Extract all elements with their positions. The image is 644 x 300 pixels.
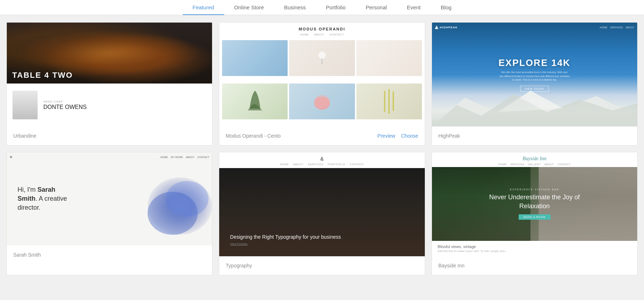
- typo-logo: &: [224, 156, 420, 162]
- highpeak-nav-home: HOME: [600, 26, 607, 29]
- highpeak-hero-subtitle: We offer the most accessible tours in th…: [499, 71, 571, 82]
- bayside-caption: Blissful views, vintage: [438, 244, 631, 249]
- bayside-nav-about: ABOUT: [544, 163, 554, 166]
- tab-navigation: Featured Online Store Business Portfolio…: [0, 0, 644, 15]
- typo-nav-about: ABOUT: [293, 163, 303, 166]
- bayside-hero-sub: EXPERIENCE VINTAGE B&B: [510, 188, 559, 191]
- highpeak-nav-services: SERVICES: [610, 26, 623, 29]
- svg-point-3: [314, 95, 330, 108]
- theme-card-bayside[interactable]: Bayside Inn HOME SERVICES GALLERY ABOUT …: [432, 152, 638, 275]
- card-footer-sarah: Sarah Smith: [7, 246, 212, 264]
- modus-grid-cell-2: [289, 40, 355, 76]
- tab-featured[interactable]: Featured: [183, 0, 224, 15]
- bayside-nav-home: HOME: [499, 163, 507, 166]
- card-title-typography: Typography: [226, 263, 252, 268]
- theme-preview-highpeak: HIGHPEAK HOME SERVICES ABOUT EXPLORE 14K…: [432, 23, 637, 127]
- theme-preview-urbandine: URBANDINE HOME MENU LOCAL PARTIES CATERI…: [7, 23, 212, 127]
- urbandine-hero-title: TABLE 4 TWO: [12, 71, 73, 80]
- theme-card-modus[interactable]: MODUS OPERANDI HOME ABOUT CONTACT: [219, 22, 425, 146]
- urbandine-chef-image: [13, 91, 38, 119]
- highpeak-nav-about: ABOUT: [626, 26, 634, 29]
- typo-nav-contact: CONTACT: [350, 163, 364, 166]
- typo-nav-portfolio: PORTFOLIO: [328, 163, 345, 166]
- tab-personal[interactable]: Personal: [356, 0, 397, 15]
- theme-preview-sarah: ⊘ HOME MY WORK ABOUT CONTACT Hi, I'm Sar…: [7, 152, 212, 246]
- tab-business[interactable]: Business: [274, 0, 316, 15]
- card-footer-modus: Modus Operandi - Cento Preview Choose: [219, 127, 424, 145]
- card-footer-bayside: Bayside Inn: [432, 256, 637, 275]
- card-title-bayside: Bayside Inn: [438, 263, 465, 268]
- card-title-highpeak: HighPeak: [438, 133, 460, 139]
- card-title-urbandine: Urbandine: [13, 133, 37, 139]
- card-actions-modus: Preview Choose: [378, 133, 418, 139]
- theme-preview-bayside: Bayside Inn HOME SERVICES GALLERY ABOUT …: [432, 152, 637, 256]
- modus-logo: MODUS OPERANDI: [219, 27, 424, 31]
- sarah-logo: ⊘: [10, 155, 13, 159]
- svg-point-0: [318, 52, 326, 59]
- tab-event[interactable]: Event: [397, 0, 431, 15]
- typo-nav-home: HOME: [280, 163, 289, 166]
- typo-portfolio-link[interactable]: View Portfolio: [230, 242, 341, 246]
- card-title-modus: Modus Operandi - Cento: [226, 133, 280, 139]
- card-title-sarah: Sarah Smith: [13, 252, 41, 258]
- modus-grid-cell-5: [289, 84, 355, 119]
- typo-nav-services: SERVICES: [308, 163, 323, 166]
- tab-portfolio[interactable]: Portfolio: [316, 0, 356, 15]
- sarah-nav-work: MY WORK: [171, 156, 183, 158]
- card-footer-typography: Typography: [219, 256, 424, 275]
- highpeak-logo: HIGHPEAK: [435, 25, 458, 29]
- urbandine-chef-name: DONTE OWENS: [43, 104, 87, 110]
- tab-blog[interactable]: Blog: [431, 0, 461, 15]
- svg-marker-4: [435, 25, 438, 29]
- modus-nav-about: ABOUT: [314, 33, 325, 36]
- theme-card-urbandine[interactable]: URBANDINE HOME MENU LOCAL PARTIES CATERI…: [6, 22, 212, 146]
- modus-nav-contact: CONTACT: [330, 33, 344, 36]
- modus-grid-cell-1: [222, 40, 288, 76]
- tab-online-store[interactable]: Online Store: [224, 0, 274, 15]
- sarah-hero-text: Hi, I'm SarahSmith. A creativedirector.: [18, 185, 67, 213]
- theme-preview-typography: & HOME ABOUT SERVICES PORTFOLIO CONTACT …: [219, 152, 424, 256]
- preview-link-modus[interactable]: Preview: [378, 133, 395, 139]
- typo-hero-text: Designing the Right Typography for your …: [230, 233, 341, 241]
- bayside-nav-contact: CONTACT: [557, 163, 571, 166]
- sarah-nav-contact: CONTACT: [197, 156, 209, 158]
- theme-preview-modus: MODUS OPERANDI HOME ABOUT CONTACT: [219, 23, 424, 127]
- bayside-nav-gallery: GALLERY: [528, 163, 541, 166]
- theme-grid: URBANDINE HOME MENU LOCAL PARTIES CATERI…: [0, 15, 644, 282]
- card-footer-highpeak: HighPeak: [432, 127, 637, 145]
- bayside-logo: Bayside Inn: [436, 156, 633, 162]
- choose-link-modus[interactable]: Choose: [401, 133, 418, 139]
- bayside-hero-text: Never Underestimate the Joy ofRelaxation: [489, 193, 580, 211]
- urbandine-chef-role: HEAD CHEF: [43, 100, 87, 103]
- highpeak-cta-button[interactable]: VIEW TOURS: [520, 86, 549, 92]
- bayside-nav-services: SERVICES: [510, 163, 524, 166]
- card-footer-urbandine: Urbandine: [7, 127, 212, 145]
- bayside-cta-button[interactable]: BOOK A ROOM: [519, 214, 551, 220]
- theme-card-highpeak[interactable]: HIGHPEAK HOME SERVICES ABOUT EXPLORE 14K…: [432, 22, 638, 146]
- theme-card-typography[interactable]: & HOME ABOUT SERVICES PORTFOLIO CONTACT …: [219, 152, 425, 275]
- modus-grid-cell-3: [356, 40, 422, 76]
- theme-card-sarah[interactable]: ⊘ HOME MY WORK ABOUT CONTACT Hi, I'm Sar…: [6, 152, 212, 275]
- sarah-nav-about: ABOUT: [186, 156, 194, 158]
- modus-grid-cell-6: [356, 84, 422, 119]
- sarah-nav-home: HOME: [160, 156, 168, 158]
- modus-grid-cell-4: [222, 84, 288, 119]
- bayside-caption-sub: Edit this text to make it your own. To e…: [438, 249, 631, 253]
- modus-nav-home: HOME: [300, 33, 309, 36]
- sarah-blob-decoration: [140, 170, 212, 242]
- highpeak-hero-title: EXPLORE 14K: [499, 57, 571, 68]
- svg-point-10: [165, 181, 208, 217]
